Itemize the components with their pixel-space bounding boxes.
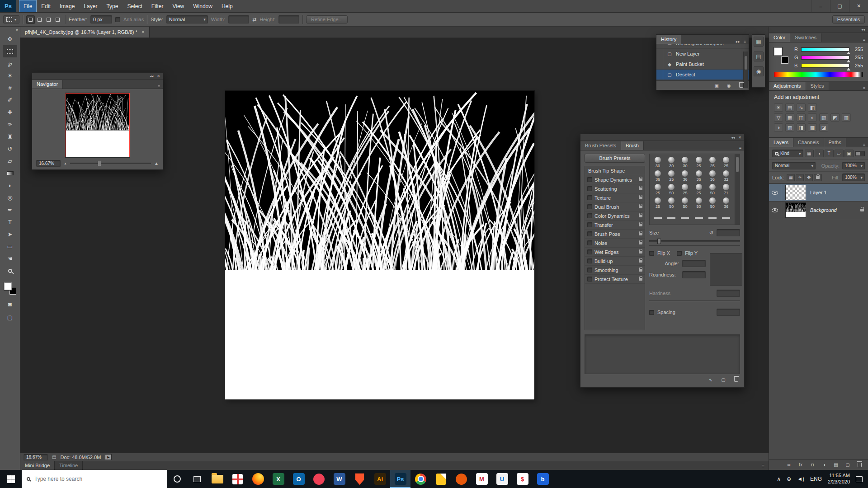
antialias-checkbox[interactable]	[115, 17, 120, 22]
history-step[interactable]: ▢Deselect	[656, 70, 749, 80]
link-layers-button[interactable]: ∞	[785, 461, 793, 469]
brush-preset[interactable]: 25	[678, 183, 692, 196]
brush-preset[interactable]	[719, 210, 733, 223]
taskbar-icon-firefox[interactable]	[248, 470, 268, 488]
brush-preset[interactable]: 30	[651, 155, 665, 169]
panel-menu-icon[interactable]: ≡	[863, 86, 865, 90]
tab-color[interactable]: Color	[769, 33, 790, 42]
panel-menu-icon[interactable]: ≡	[762, 463, 764, 469]
pen-tool[interactable]: ✒	[3, 204, 17, 216]
hand-tool[interactable]: ☚	[3, 253, 17, 265]
history-step[interactable]: ▢New Layer	[656, 49, 749, 59]
roundness-input[interactable]	[682, 271, 706, 278]
brush-size-slider[interactable]	[649, 240, 740, 242]
cortana-button[interactable]	[167, 470, 187, 488]
feather-input[interactable]: 0 px	[90, 15, 112, 23]
close-panel-icon[interactable]: ✕	[157, 74, 160, 78]
checkbox[interactable]	[587, 195, 592, 200]
add-selection-button[interactable]	[35, 15, 44, 24]
quick-selection-tool[interactable]: ✶	[3, 70, 17, 82]
brush-preset[interactable]: 50	[665, 183, 678, 196]
swap-dimensions-icon[interactable]: ⇄	[252, 17, 256, 23]
hidden-icons-chevron[interactable]: ∧	[777, 476, 781, 482]
opacity-input[interactable]: 100%	[842, 162, 865, 169]
history-step[interactable]: ▭Rectangular Marquee	[656, 44, 749, 49]
brush-footer-button-1[interactable]: ▢	[720, 376, 727, 383]
zoom-in-icon[interactable]: ▲	[154, 161, 159, 166]
width-input[interactable]	[228, 15, 249, 23]
brush-preset[interactable]: 36	[719, 196, 733, 210]
filter-pixel-layers[interactable]: ▦	[805, 150, 814, 157]
screen-mode-button[interactable]: ▢	[3, 311, 17, 324]
panel-menu-icon[interactable]: ≡	[744, 39, 746, 44]
brush-preset[interactable]	[678, 210, 692, 223]
brush-preset[interactable]: 30	[678, 155, 692, 169]
taskbar-icon-pocket[interactable]	[309, 470, 329, 488]
brush-section-smoothing[interactable]: Smoothing	[585, 266, 645, 275]
collapse-toolbar-icon[interactable]: ▸▸	[16, 28, 18, 32]
brush-section-wet-edges[interactable]: Wet Edges	[585, 248, 645, 257]
menu-image[interactable]: Image	[55, 0, 79, 12]
document-info-icon[interactable]: ▤	[52, 455, 56, 460]
history-footer-button-1[interactable]: ◉	[725, 82, 732, 89]
brush-section-brush-tip-shape[interactable]: Brush Tip Shape	[585, 166, 645, 175]
dodge-tool[interactable]: ◎	[3, 192, 17, 204]
move-tool[interactable]: ✥	[3, 33, 17, 45]
brush-preset[interactable]: 36	[678, 169, 692, 183]
taskbar-icon-uplay[interactable]: U	[492, 470, 512, 488]
channel-slider[interactable]	[801, 56, 849, 60]
brush-preset[interactable]: 25	[665, 169, 678, 183]
black-white-icon[interactable]: ◐	[808, 113, 817, 122]
layer-row[interactable]: Layer 1	[769, 184, 868, 202]
panel-menu-icon[interactable]: ≡	[863, 142, 865, 147]
history-source-checkbox[interactable]	[656, 49, 663, 59]
layer-style-button[interactable]: fx	[797, 461, 804, 469]
taskbar-icon-outlook[interactable]: O	[288, 470, 309, 488]
invert-icon[interactable]: ◑	[774, 123, 783, 131]
exposure-icon[interactable]: ◧	[808, 103, 817, 112]
brush-preset[interactable]: 25	[692, 183, 705, 196]
taskbar-icon-illustrator[interactable]: Ai	[370, 470, 390, 488]
delete-button[interactable]	[732, 376, 740, 383]
input-language[interactable]: ENG	[810, 476, 822, 482]
tab-history[interactable]: History	[656, 35, 681, 44]
task-view-button[interactable]	[187, 470, 207, 488]
history-brush-tool[interactable]: ↺	[3, 143, 17, 155]
document-tab[interactable]: pfhjM_4K_Opacity.jpg @ 16.7% (Layer 1, R…	[20, 27, 150, 38]
minimize-button[interactable]: –	[811, 0, 830, 12]
navigator-zoom-slider[interactable]	[70, 163, 151, 164]
lock-all[interactable]	[814, 174, 822, 181]
brush-presets-button[interactable]: Brush Presets	[585, 154, 645, 163]
brush-section-color-dynamics[interactable]: Color Dynamics	[585, 211, 645, 221]
checkbox[interactable]	[587, 204, 592, 209]
brush-section-build-up[interactable]: Build-up	[585, 257, 645, 266]
filter-adjustment-layers[interactable]: ◑	[815, 150, 824, 157]
start-button[interactable]	[0, 470, 22, 488]
collapse-panel-icon[interactable]: ◂◂	[150, 74, 153, 78]
brush-preset[interactable]: 25	[651, 183, 665, 196]
tab-swatches[interactable]: Swatches	[790, 33, 821, 42]
brush-section-dual-brush[interactable]: Dual Brush	[585, 202, 645, 211]
checkbox[interactable]	[587, 213, 592, 218]
panel-menu-icon[interactable]: ≡	[863, 38, 865, 42]
checkbox[interactable]	[587, 231, 592, 236]
volume-icon[interactable]: ◄)	[797, 476, 804, 482]
collapsed-panel-button[interactable]: ▦	[754, 37, 764, 47]
taskbar-icon-chrome[interactable]	[410, 470, 431, 488]
gradient-map-icon[interactable]: ▩	[808, 123, 817, 131]
brush-preset[interactable]: 50	[706, 183, 719, 196]
levels-icon[interactable]: ▤	[785, 103, 794, 112]
tab-layers[interactable]: Layers	[769, 138, 793, 147]
channel-slider-thumb[interactable]	[847, 60, 850, 62]
brush-preset[interactable]: 25	[692, 155, 705, 169]
close-button[interactable]: ✕	[849, 0, 868, 12]
collapse-panel-icon[interactable]: ◂◂	[731, 136, 735, 140]
taskbar-icon-file-explorer[interactable]	[207, 470, 227, 488]
brush-section-brush-pose[interactable]: Brush Pose	[585, 230, 645, 239]
panel-menu-icon[interactable]: ≡	[158, 84, 160, 89]
hue-saturation-icon[interactable]: ▦	[785, 113, 794, 122]
history-source-checkbox[interactable]	[656, 70, 663, 80]
brush-preset[interactable]: 30	[665, 155, 678, 169]
intersect-selection-button[interactable]	[53, 15, 62, 24]
delete-layer-button[interactable]	[856, 461, 863, 469]
